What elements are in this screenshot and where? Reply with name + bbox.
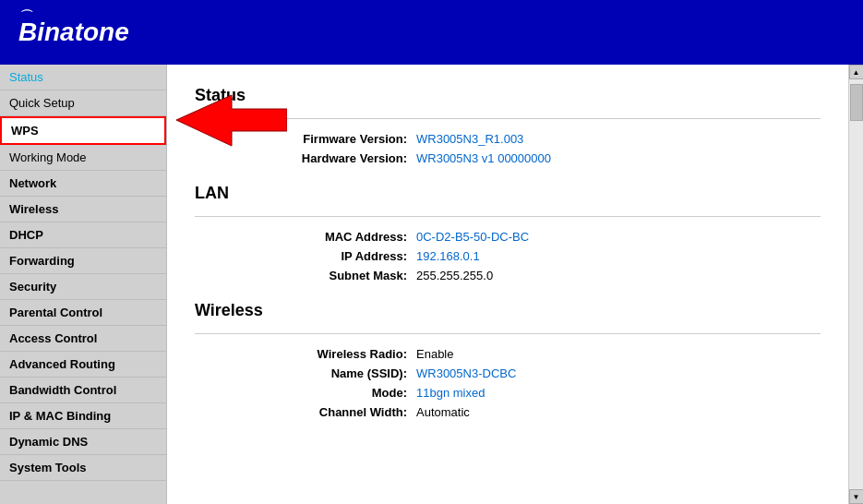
sidebar-item-network[interactable]: Network xyxy=(0,171,166,197)
scroll-up-button[interactable]: ▲ xyxy=(849,65,864,79)
sidebar-item-security[interactable]: Security xyxy=(0,274,166,300)
status-divider xyxy=(195,118,821,119)
ssid-value: WR3005N3-DCBC xyxy=(416,366,516,380)
status-section-title: Status xyxy=(195,86,821,105)
subnet-label: Subnet Mask: xyxy=(250,269,416,282)
mode-row: Mode: 11bgn mixed xyxy=(250,386,821,400)
mac-value: 0C-D2-B5-50-DC-BC xyxy=(416,230,529,244)
lan-divider xyxy=(195,216,821,217)
channel-width-row: Channel Width: Automatic xyxy=(250,405,821,419)
radio-label: Wireless Radio: xyxy=(250,347,416,361)
wireless-section-title: Wireless xyxy=(195,301,821,320)
sidebar-item-status[interactable]: Status xyxy=(0,65,166,90)
sidebar-item-wps[interactable]: WPS xyxy=(0,116,166,145)
sidebar-item-system-tools[interactable]: System Tools xyxy=(0,455,166,481)
sidebar-item-wireless[interactable]: Wireless xyxy=(0,197,166,222)
content-area: Status Firmware Version: WR3005N3_R1.003… xyxy=(167,65,848,504)
firmware-label: Firmware Version: xyxy=(250,132,416,146)
sidebar-item-parental-control[interactable]: Parental Control xyxy=(0,300,166,326)
lan-info-table: MAC Address: 0C-D2-B5-50-DC-BC IP Addres… xyxy=(250,230,821,282)
sidebar: StatusQuick SetupWPSWorking ModeNetworkW… xyxy=(0,65,167,504)
radio-row: Wireless Radio: Enable xyxy=(250,347,821,361)
sidebar-item-quick-setup[interactable]: Quick Setup xyxy=(0,90,166,116)
ip-value: 192.168.0.1 xyxy=(416,249,480,263)
sidebar-item-forwarding[interactable]: Forwarding xyxy=(0,248,166,274)
mac-row: MAC Address: 0C-D2-B5-50-DC-BC xyxy=(250,230,821,244)
mode-value: 11bgn mixed xyxy=(416,386,485,400)
scrollbar[interactable]: ▲ ▼ xyxy=(848,65,863,504)
subnet-row: Subnet Mask: 255.255.255.0 xyxy=(250,269,821,282)
wireless-info-table: Wireless Radio: Enable Name (SSID): WR30… xyxy=(250,347,821,419)
hardware-row: Hardware Version: WR3005N3 v1 00000000 xyxy=(250,151,821,165)
hardware-label: Hardware Version: xyxy=(250,151,416,165)
sidebar-item-advanced-routing[interactable]: Advanced Routing xyxy=(0,352,166,378)
header: Binatone xyxy=(0,0,863,65)
ssid-row: Name (SSID): WR3005N3-DCBC xyxy=(250,366,821,380)
ip-label: IP Address: xyxy=(250,249,416,263)
sidebar-item-working-mode[interactable]: Working Mode xyxy=(0,145,166,171)
lan-section-title: LAN xyxy=(195,184,821,203)
wireless-divider xyxy=(195,333,821,334)
logo: Binatone xyxy=(18,18,129,47)
subnet-value: 255.255.255.0 xyxy=(416,269,493,282)
mac-label: MAC Address: xyxy=(250,230,416,244)
hardware-value: WR3005N3 v1 00000000 xyxy=(416,151,551,165)
sidebar-item-bandwidth-control[interactable]: Bandwidth Control xyxy=(0,378,166,403)
channel-width-value: Automatic xyxy=(416,405,470,419)
ssid-label: Name (SSID): xyxy=(250,366,416,380)
firmware-value: WR3005N3_R1.003 xyxy=(416,132,523,146)
channel-width-label: Channel Width: xyxy=(250,405,416,419)
status-info-table: Firmware Version: WR3005N3_R1.003 Hardwa… xyxy=(250,132,821,165)
mode-label: Mode: xyxy=(250,386,416,400)
sidebar-item-access-control[interactable]: Access Control xyxy=(0,326,166,352)
radio-value: Enable xyxy=(416,347,453,361)
scroll-track[interactable] xyxy=(849,79,863,489)
main-layout: StatusQuick SetupWPSWorking ModeNetworkW… xyxy=(0,65,863,504)
scroll-down-button[interactable]: ▼ xyxy=(849,489,864,504)
sidebar-item-dhcp[interactable]: DHCP xyxy=(0,222,166,248)
sidebar-item-ip-mac-binding[interactable]: IP & MAC Binding xyxy=(0,403,166,429)
firmware-row: Firmware Version: WR3005N3_R1.003 xyxy=(250,132,821,146)
ip-row: IP Address: 192.168.0.1 xyxy=(250,249,821,263)
sidebar-item-dynamic-dns[interactable]: Dynamic DNS xyxy=(0,429,166,455)
scroll-thumb[interactable] xyxy=(850,84,863,121)
